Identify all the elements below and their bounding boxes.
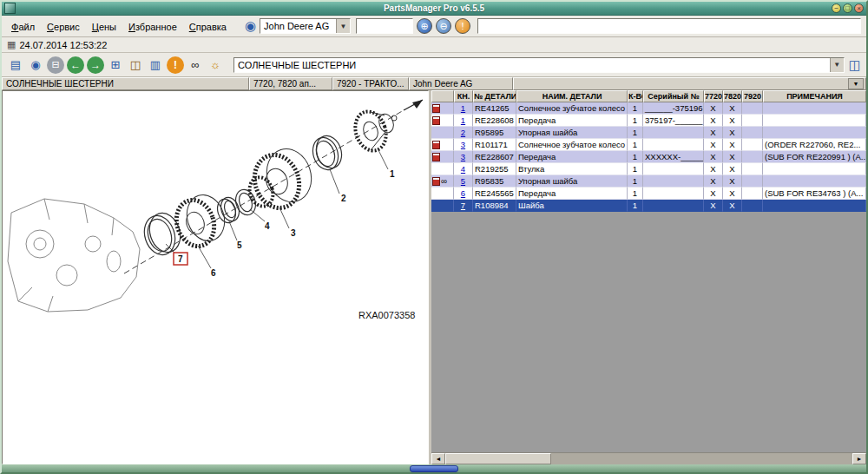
key-number-cell: 6 [454,188,473,200]
page-preview-icon[interactable] [7,56,24,74]
key-number-link[interactable]: 7 [461,201,465,210]
key-number-link[interactable]: 5 [461,176,465,186]
table-row[interactable]: 3RE228607Передача1XXXXXX-______XX(SUB FO… [431,151,866,163]
section-combo[interactable]: СОЛНЕЧНЫЕ ШЕСТЕРНИ ▼ [233,57,845,73]
scrollbar-track[interactable] [445,453,852,464]
search-input[interactable] [356,18,413,34]
panel-header-2[interactable]: 7920 - ТРАКТО... [332,77,409,90]
row-icons [431,163,454,175]
serial-cell: XXXXXX-______ [643,151,704,163]
column-header[interactable]: НАИМ. ДЕТАЛИ [516,90,628,102]
column-header[interactable]: 7920 [742,90,763,102]
model-7820-cell: X [723,115,742,127]
part-name-cell: Передача [516,188,628,200]
model-7920-cell [742,127,763,139]
catalog-icon[interactable] [27,56,44,74]
scroll-right-icon[interactable]: ► [852,453,866,464]
notes-cell [763,102,866,115]
panel-header-1[interactable]: 7720, 7820 ап... [249,77,332,90]
column-header[interactable]: Серийный № [643,90,704,102]
callout-2[interactable]: 2 [341,194,346,203]
scrollbar-thumb[interactable] [445,453,551,464]
part-name-cell: Передача [516,115,628,127]
menu-help[interactable]: Справка [183,20,233,34]
callout-6[interactable]: 6 [211,268,216,278]
panel-header-3[interactable]: John Deere AG [409,77,513,90]
glasses-icon[interactable] [187,56,204,74]
key-number-link[interactable]: 1 [461,103,465,113]
notes-cell: (ORDER R227060, RE2... [763,139,866,151]
part-name-cell: Солнечное зубчатое колесо [516,102,628,115]
table-row[interactable]: 7R108984Шайба1XX [431,200,866,212]
menu-favorites[interactable]: Избранное [122,20,183,34]
callout-4[interactable]: 4 [265,221,270,231]
catalog-book-icon[interactable]: ◫ [849,57,861,73]
table-row[interactable]: 5R95835Упорная шайба1XX [431,175,866,188]
chevron-down-icon[interactable]: ▼ [336,19,350,33]
key-number-link[interactable]: 6 [461,188,465,198]
back-icon[interactable] [67,56,84,74]
open-book-icon[interactable] [127,56,144,74]
column-header[interactable]: 7820 [723,90,742,102]
column-header[interactable]: КН. [454,90,473,102]
scroll-left-icon[interactable]: ◄ [431,453,445,464]
menu-prices[interactable]: Цены [86,20,122,34]
book-icon [432,177,440,186]
table-row[interactable]: 6RE245565Передача1XX(SUB FOR RE34763 ) (… [431,188,866,200]
menu-file[interactable]: Файл [5,20,41,34]
column-header[interactable]: 7720 [704,90,723,102]
chevron-down-icon[interactable]: ▼ [848,78,864,89]
refresh-button[interactable]: ⊕ [417,18,432,34]
panel-header-row: СОЛНЕЧНЫЕ ШЕСТЕРНИ7720, 7820 ап...7920 -… [2,77,866,90]
table-row[interactable]: 3R101171Солнечное зубчатое колесо1XX(ORD… [431,139,866,151]
key-number-link[interactable]: 2 [461,128,465,137]
split-view-icon[interactable] [147,56,164,74]
column-header[interactable]: К-ВО [628,90,643,102]
table-row[interactable]: 2R95895Упорная шайба1XX [431,127,866,139]
callout-5[interactable]: 5 [237,240,242,250]
query-input[interactable] [477,18,861,34]
column-header[interactable]: № ДЕТАЛИ [473,90,516,102]
key-number-link[interactable]: 1 [461,115,465,125]
callout-1[interactable]: 1 [390,169,395,179]
horizontal-scrollbar[interactable]: ◄ ► [431,452,866,464]
close-button[interactable]: × [854,3,864,13]
session-icon: ▦ [7,39,16,50]
table-body: 1RE41265Солнечное зубчатое колесо1______… [431,102,866,212]
diagram-panel[interactable]: 1 2 3 4 5 6 7 RXA0073358 [2,90,429,464]
menu-service[interactable]: Сервис [41,20,86,34]
key-number-link[interactable]: 3 [461,140,465,149]
nav-toolbar: СОЛНЕЧНЫЕ ШЕСТЕРНИ ▼ ◫ [2,53,866,77]
app-window: PartsManager Pro v6.5.5 − □ × ФайлСервис… [0,0,868,474]
key-number-link[interactable]: 4 [461,164,465,174]
panel-header-0[interactable]: СОЛНЕЧНЫЕ ШЕСТЕРНИ [2,77,249,90]
maximize-button[interactable]: □ [843,3,852,13]
forward-icon[interactable] [87,56,104,74]
model-7720-cell: X [704,163,723,175]
resize-grip[interactable] [410,465,458,472]
print-icon[interactable] [47,56,64,74]
model-7820-cell: X [723,188,742,200]
callout-3[interactable]: 3 [291,228,296,238]
sync-button[interactable]: ⊖ [436,18,451,34]
column-header[interactable]: ПРИМЕЧАНИЯ [763,90,866,102]
model-7820-cell: X [723,200,742,212]
table-row[interactable]: 1RE228608Передача1375197-______XX [431,115,866,127]
callout-7[interactable]: 7 [178,254,183,264]
alert-icon[interactable] [167,56,184,74]
window-bottom-border [2,464,866,472]
lamp-icon[interactable] [207,56,224,74]
globe-icon[interactable]: ◉ [245,18,256,34]
chevron-down-icon[interactable]: ▼ [830,58,844,72]
notes-cell [763,200,866,212]
table-row[interactable]: 4R219255Втулка1XX [431,163,866,175]
brand-combo[interactable]: John Deere AG ▼ [260,18,351,34]
table-row[interactable]: 1RE41265Солнечное зубчатое колесо1______… [431,102,866,115]
key-number-link[interactable]: 3 [461,152,465,161]
column-header[interactable] [431,90,454,102]
alert-button[interactable]: ! [455,18,470,34]
title-bar[interactable]: PartsManager Pro v6.5.5 − □ × [2,2,866,16]
minimize-button[interactable]: − [832,3,841,13]
fit-screen-icon[interactable] [107,56,124,74]
part-number-cell: R95895 [473,127,516,139]
